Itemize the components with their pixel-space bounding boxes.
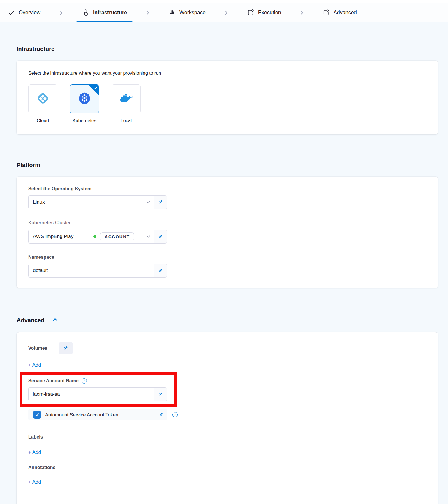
cluster-label: Kubernetes Cluster xyxy=(28,220,426,226)
highlight-annotation-box: Service Account Name iacm-irsa-sa xyxy=(20,372,177,407)
volumes-label: Volumes xyxy=(28,346,47,351)
infrastructure-hexagons-icon xyxy=(82,9,89,16)
automount-pin-button[interactable] xyxy=(154,409,167,420)
add-volume-link[interactable]: + Add xyxy=(28,362,41,368)
service-account-input-value: iacm-irsa-sa xyxy=(29,391,154,397)
advanced-section-title: Advanced xyxy=(17,316,438,324)
spacer xyxy=(28,244,426,255)
tab-advanced[interactable]: Advanced xyxy=(317,3,362,22)
kubernetes-tile-label: Kubernetes xyxy=(73,118,96,123)
collapse-chevron-up-icon[interactable] xyxy=(52,316,58,324)
divider xyxy=(28,214,426,214)
namespace-label: Namespace xyxy=(28,255,426,260)
cluster-pin-button[interactable] xyxy=(154,230,167,243)
tab-workspace[interactable]: Workspace xyxy=(163,3,211,22)
chevron-right-icon xyxy=(144,10,151,16)
advanced-section-heading: Advanced xyxy=(17,317,45,324)
namespace-input[interactable]: default xyxy=(28,264,167,278)
namespace-input-value: default xyxy=(29,268,154,274)
labels-label: Labels xyxy=(28,434,426,440)
selected-check-icon xyxy=(94,86,98,91)
tab-infrastructure-label: Infrastructure xyxy=(93,10,127,16)
tab-execution-label: Execution xyxy=(258,10,281,16)
info-icon[interactable] xyxy=(82,378,87,384)
docker-whale-icon xyxy=(119,92,133,106)
cluster-name: AWS ImpEng Play xyxy=(33,234,73,239)
os-select[interactable]: Linux xyxy=(28,195,167,209)
cloud-tile[interactable] xyxy=(28,84,57,113)
annotations-label: Annotations xyxy=(28,465,426,470)
service-account-pin-button[interactable] xyxy=(154,388,167,401)
tab-workspace-label: Workspace xyxy=(179,10,206,16)
volumes-pin-button[interactable] xyxy=(59,342,73,354)
tab-infrastructure[interactable]: Infrastructure xyxy=(76,3,133,22)
infrastructure-tiles: Cloud xyxy=(28,84,426,123)
service-account-label: Service Account Name xyxy=(28,378,79,384)
scope-badge: ACCOUNT xyxy=(100,232,134,241)
divider xyxy=(31,496,426,496)
automount-row: Automount Service Account Token xyxy=(28,409,167,420)
check-icon xyxy=(8,9,15,16)
chevron-down-icon xyxy=(143,234,154,239)
chevron-right-icon xyxy=(58,10,64,16)
workspace-stack-icon xyxy=(168,9,176,16)
connector-status-dot xyxy=(93,235,96,238)
page-body: Infrastructure Select the infrastructure… xyxy=(0,22,448,504)
wizard-tab-bar: Overview Infrastructure Workspace xyxy=(0,3,448,22)
advanced-box-gear-icon xyxy=(322,9,330,16)
cloud-tile-label: Cloud xyxy=(37,118,49,123)
automount-row-wrap: Automount Service Account Token xyxy=(28,409,426,420)
service-account-input[interactable]: iacm-irsa-sa xyxy=(28,387,167,401)
cloud-icon xyxy=(36,92,50,106)
chevron-right-icon xyxy=(299,10,305,16)
infrastructure-card: Select the infrastructure where you want… xyxy=(17,61,438,134)
infra-option-local: Local xyxy=(112,84,141,123)
advanced-card: Volumes + Add Service Account Name iacm-… xyxy=(17,332,438,504)
execution-box-gear-icon xyxy=(247,9,254,16)
platform-card: Select the Operating System Linux Kubern… xyxy=(17,177,438,288)
namespace-pin-button[interactable] xyxy=(154,264,167,277)
os-pin-button[interactable] xyxy=(154,196,167,209)
infra-option-kubernetes: Kubernetes xyxy=(70,84,99,123)
automount-checkbox[interactable] xyxy=(33,411,41,419)
cluster-select[interactable]: AWS ImpEng Play ACCOUNT xyxy=(28,230,167,244)
tab-execution[interactable]: Execution xyxy=(241,3,287,22)
service-account-label-row: Service Account Name xyxy=(28,378,174,384)
tab-advanced-label: Advanced xyxy=(334,10,357,16)
local-tile[interactable] xyxy=(112,84,141,113)
infrastructure-section-title: Infrastructure xyxy=(17,46,438,52)
local-tile-label: Local xyxy=(121,118,132,123)
volumes-row: Volumes xyxy=(28,342,426,354)
tab-overview-label: Overview xyxy=(19,10,40,16)
tab-overview[interactable]: Overview xyxy=(8,3,46,22)
infrastructure-prompt: Select the infrastructure where you want… xyxy=(28,71,426,76)
infra-option-cloud: Cloud xyxy=(28,84,57,123)
cluster-select-value: AWS ImpEng Play ACCOUNT xyxy=(29,232,143,241)
info-icon[interactable] xyxy=(172,412,178,417)
kubernetes-tile[interactable] xyxy=(70,84,99,113)
platform-section-title: Platform xyxy=(17,162,438,168)
add-annotation-link[interactable]: + Add xyxy=(28,479,41,485)
chevron-down-icon xyxy=(143,200,154,205)
os-label: Select the Operating System xyxy=(28,186,426,191)
chevron-right-icon xyxy=(223,10,230,16)
page-top-dots xyxy=(0,0,448,3)
automount-label: Automount Service Account Token xyxy=(45,412,154,418)
os-select-value: Linux xyxy=(29,199,143,205)
add-label-link[interactable]: + Add xyxy=(28,450,41,455)
